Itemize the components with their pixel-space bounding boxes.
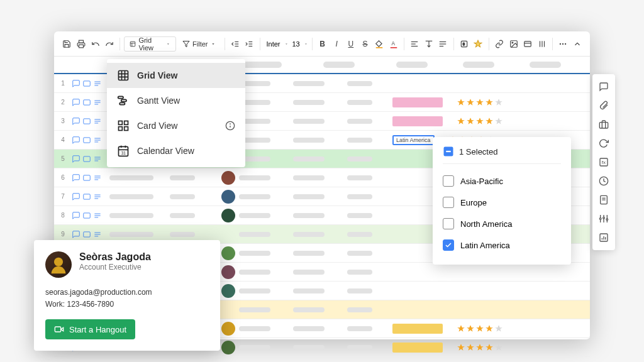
history-icon[interactable] (596, 173, 611, 189)
link-icon[interactable] (493, 36, 506, 52)
comment-icon[interactable] (72, 173, 80, 182)
number-format-icon[interactable]: $ (458, 36, 471, 52)
info-icon[interactable] (225, 121, 235, 131)
expand-icon[interactable] (82, 98, 91, 107)
column-settings-icon[interactable] (535, 36, 548, 52)
rating-stars[interactable] (457, 117, 503, 126)
person-avatar[interactable] (221, 341, 235, 354)
view-switcher[interactable]: Grid View (124, 36, 176, 52)
person-avatar[interactable] (221, 284, 235, 298)
expand-icon[interactable] (82, 192, 91, 201)
comment-icon[interactable] (72, 211, 80, 220)
underline-icon[interactable]: U (345, 36, 358, 52)
expand-icon[interactable] (82, 79, 91, 88)
toolbar: Grid View Filter Inter 13 B I U S A $ (54, 31, 590, 57)
svg-rect-36 (84, 99, 91, 104)
region-tag[interactable] (392, 343, 443, 353)
comment-icon[interactable] (72, 117, 80, 126)
formula-icon[interactable]: fx (596, 155, 611, 170)
checkbox-icon[interactable] (443, 175, 454, 187)
person-avatar[interactable] (221, 322, 235, 336)
attach-row-icon[interactable] (93, 98, 102, 107)
region-cell-selected[interactable]: Latin America (392, 135, 435, 145)
filter-option[interactable]: North America (443, 213, 561, 234)
filter-option[interactable]: Europe (443, 192, 561, 213)
comment-icon[interactable] (72, 79, 80, 88)
comment-icon[interactable] (72, 192, 80, 201)
person-avatar[interactable] (221, 190, 235, 204)
comment-icon[interactable] (72, 98, 80, 107)
comment-icon[interactable] (72, 155, 80, 163)
image-icon[interactable] (507, 36, 520, 52)
strikethrough-icon[interactable]: S (358, 36, 372, 52)
view-menu-grid[interactable]: Grid View (107, 63, 245, 88)
comments-icon[interactable] (596, 79, 611, 94)
rating-stars[interactable] (457, 343, 503, 352)
collapse-toolbar-icon[interactable] (571, 36, 584, 52)
expand-icon[interactable] (82, 211, 91, 220)
attach-row-icon[interactable] (93, 117, 102, 126)
valign-icon[interactable] (422, 36, 435, 52)
comment-icon[interactable] (72, 230, 80, 239)
briefcase-icon[interactable] (596, 117, 611, 132)
attach-row-icon[interactable] (93, 173, 102, 182)
view-menu-calendar[interactable]: 31 Calendar View (107, 138, 245, 163)
print-icon[interactable] (75, 36, 88, 52)
filter-button[interactable]: Filter (177, 36, 220, 52)
svg-rect-50 (119, 71, 128, 80)
font-family[interactable]: Inter (264, 39, 282, 49)
person-avatar[interactable] (221, 265, 235, 279)
view-menu-card[interactable]: Card View (107, 113, 245, 138)
person-avatar[interactable] (221, 171, 235, 185)
person-avatar[interactable] (221, 209, 235, 222)
undo-icon[interactable] (89, 36, 102, 52)
checkbox-icon[interactable] (443, 239, 454, 251)
refresh-icon[interactable] (596, 136, 611, 151)
attachments-icon[interactable] (596, 98, 611, 113)
region-tag[interactable] (392, 116, 443, 126)
expand-icon[interactable] (82, 230, 91, 239)
checkbox-icon[interactable] (443, 197, 454, 208)
svg-rect-58 (119, 121, 123, 125)
filter-option[interactable]: Latin America (443, 234, 561, 256)
expand-icon[interactable] (82, 136, 91, 145)
fill-color-icon[interactable] (373, 36, 386, 52)
chart-icon[interactable] (596, 230, 611, 245)
comment-icon[interactable] (72, 136, 80, 145)
chevron-down-icon[interactable] (284, 41, 289, 47)
filter-option[interactable]: Asia-Pacific (443, 170, 561, 192)
rating-stars[interactable] (457, 324, 503, 333)
attach-row-icon[interactable] (93, 192, 102, 201)
highlight-icon[interactable] (472, 36, 485, 52)
indent-icon[interactable] (243, 36, 256, 52)
more-icon[interactable] (557, 36, 570, 52)
view-menu-gantt[interactable]: Gantt View (107, 88, 245, 113)
checkbox-icon[interactable] (443, 218, 454, 229)
attach-row-icon[interactable] (93, 155, 102, 163)
hwrap-icon[interactable] (408, 36, 421, 52)
start-hangout-button[interactable]: Start a Hangout (45, 319, 135, 339)
region-tag[interactable] (392, 97, 443, 107)
redo-icon[interactable] (103, 36, 116, 52)
expand-icon[interactable] (82, 117, 91, 126)
rating-stars[interactable] (457, 98, 503, 107)
save-icon[interactable] (60, 36, 74, 52)
text-color-icon[interactable]: A (387, 36, 400, 52)
forms-icon[interactable] (596, 192, 611, 207)
outdent-icon[interactable] (228, 36, 242, 52)
italic-icon[interactable]: I (330, 36, 343, 52)
settings-icon[interactable] (596, 211, 611, 226)
attach-row-icon[interactable] (93, 230, 102, 239)
chevron-down-icon[interactable] (304, 41, 308, 47)
font-size[interactable]: 13 (289, 39, 302, 49)
expand-icon[interactable] (82, 173, 91, 182)
attach-row-icon[interactable] (93, 136, 102, 145)
attach-row-icon[interactable] (93, 79, 102, 88)
align-icon[interactable] (436, 36, 450, 52)
attachment-icon[interactable] (521, 36, 535, 52)
expand-icon[interactable] (82, 155, 91, 163)
person-avatar[interactable] (221, 246, 235, 260)
region-tag[interactable] (392, 324, 443, 334)
bold-icon[interactable]: B (316, 36, 329, 52)
attach-row-icon[interactable] (93, 211, 102, 220)
